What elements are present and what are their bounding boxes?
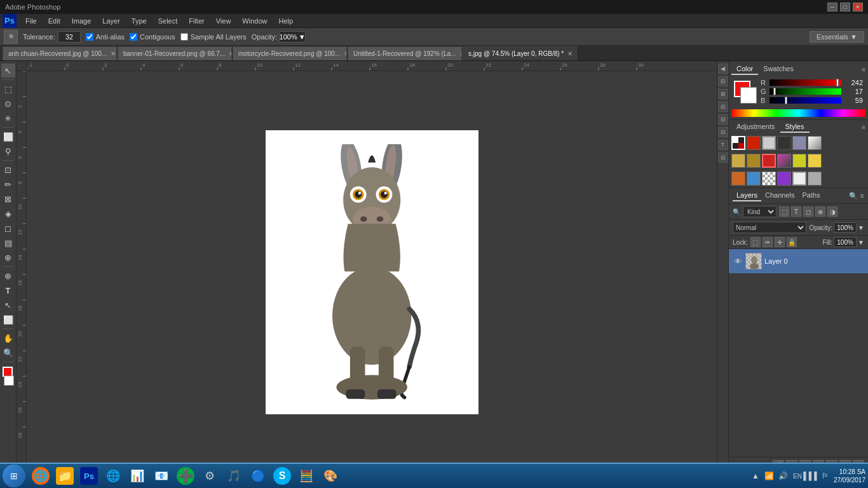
taskbar-paint[interactable]: 🎨 — [319, 466, 342, 486]
red-slider[interactable] — [770, 79, 841, 86]
adj-icon-16[interactable] — [792, 172, 806, 186]
menu-layer[interactable]: Layer — [97, 16, 125, 26]
taskbar-app2[interactable]: ⚙ — [198, 466, 221, 486]
menu-view[interactable]: View — [211, 16, 236, 26]
tab-swatches[interactable]: Swatches — [758, 64, 799, 75]
taskbar-app3[interactable]: 🎵 — [222, 466, 245, 486]
rectangular-select-tool[interactable]: ⬚ — [1, 82, 15, 96]
tray-network-icon[interactable]: 📶 — [764, 470, 775, 482]
close-button[interactable]: ✕ — [853, 3, 863, 11]
move-tool[interactable]: ↖ — [1, 64, 15, 78]
adj-icon-5[interactable] — [808, 136, 822, 150]
adj-icon-3[interactable] — [777, 136, 791, 150]
panel-icon-6[interactable]: T — [718, 140, 728, 150]
adj-icon-2[interactable] — [762, 136, 776, 150]
tab-color[interactable]: Color — [731, 64, 758, 75]
filter-smart-icon[interactable]: ⊕ — [815, 207, 825, 217]
menu-help[interactable]: Help — [273, 16, 298, 26]
adj-icon-0[interactable] — [731, 136, 745, 150]
panel-icon-7[interactable]: ⊟ — [718, 152, 728, 163]
taskbar-app4[interactable]: 🔵 — [247, 466, 269, 486]
adj-icon-17[interactable] — [808, 172, 822, 186]
layers-search-icon[interactable]: 🔍 — [849, 192, 858, 200]
taskbar-calculator[interactable]: 🧮 — [295, 466, 318, 486]
adj-icon-12[interactable] — [731, 172, 745, 186]
essentials-button[interactable]: Essentials ▼ — [810, 31, 864, 43]
menu-file[interactable]: File — [20, 16, 42, 26]
filter-color-icon[interactable]: ◑ — [827, 207, 837, 217]
lock-all-icon[interactable]: 🔒 — [787, 237, 797, 247]
menu-edit[interactable]: Edit — [43, 16, 65, 26]
adj-icon-10[interactable] — [792, 154, 806, 168]
sample-all-checkbox[interactable] — [180, 33, 188, 41]
magic-wand-tool[interactable]: ✳ — [1, 111, 15, 125]
tolerance-input[interactable] — [58, 31, 81, 43]
color-panel-menu[interactable]: ≡ — [862, 66, 865, 73]
pen-tool[interactable]: ⊕ — [1, 269, 15, 283]
filter-type-select[interactable]: Kind Name Effect — [743, 206, 776, 217]
tool-preset-picker[interactable]: ✳ — [4, 30, 18, 44]
blue-slider[interactable] — [770, 97, 841, 104]
maximize-button[interactable]: □ — [840, 3, 850, 11]
tab-3-close[interactable]: ✕ — [459, 50, 462, 57]
tab-1-close[interactable]: ✕ — [229, 50, 232, 57]
tab-1[interactable]: banner-01-Recovered.png @ 66.7... ✕ — [118, 46, 232, 60]
layer-0-visibility[interactable]: 👁 — [733, 256, 743, 266]
background-color[interactable] — [4, 376, 14, 386]
panel-icon-4[interactable]: ⊟ — [718, 114, 728, 125]
gradient-tool[interactable]: ▤ — [1, 236, 15, 250]
filter-pixel-icon[interactable]: ⬚ — [779, 207, 789, 217]
tab-2[interactable]: motorcycle-Recovered.png @ 100... ✕ — [233, 46, 347, 60]
layer-item-0[interactable]: 👁 Layer 0 — [729, 249, 868, 273]
start-button[interactable]: ⊞ — [3, 464, 25, 487]
adj-icon-15[interactable] — [777, 172, 791, 186]
lock-move-icon[interactable]: ✛ — [775, 237, 785, 247]
path-selection-tool[interactable]: ↖ — [1, 298, 15, 312]
tab-layers[interactable]: Layers — [733, 190, 761, 201]
contiguous-checkbox[interactable] — [130, 33, 137, 41]
taskbar-spreadsheet[interactable]: 📊 — [126, 466, 149, 486]
zoom-tool[interactable]: 🔍 — [1, 346, 15, 360]
antialias-checkbox[interactable] — [86, 33, 93, 41]
collapse-panels-icon[interactable]: ◀ — [718, 64, 728, 74]
tab-0-close[interactable]: ✕ — [111, 50, 116, 57]
menu-window[interactable]: Window — [237, 16, 272, 26]
adj-icon-11[interactable] — [808, 154, 822, 168]
tray-up-arrow[interactable]: ▲ — [750, 470, 761, 482]
system-clock[interactable]: 10:28 SA 27/09/2017 — [834, 468, 865, 484]
tray-speaker-icon[interactable]: 🔊 — [778, 470, 789, 482]
tab-styles[interactable]: Styles — [780, 121, 810, 133]
tab-channels[interactable]: Channels — [761, 190, 798, 201]
menu-image[interactable]: Image — [67, 16, 97, 26]
type-tool[interactable]: T — [1, 283, 15, 297]
green-slider[interactable] — [770, 88, 841, 95]
tab-adjustments[interactable]: Adjustments — [731, 121, 780, 133]
clone-stamp-tool[interactable]: ⊠ — [1, 192, 15, 206]
blend-mode-select[interactable]: Normal Dissolve Multiply Screen Overlay — [733, 222, 806, 233]
menu-filter[interactable]: Filter — [184, 16, 209, 26]
adj-icon-1[interactable] — [747, 136, 761, 150]
fill-input[interactable] — [834, 237, 857, 247]
taskbar-app1[interactable]: ➕ — [174, 466, 197, 486]
hand-tool[interactable]: ✋ — [1, 331, 15, 345]
adj-icon-6[interactable] — [731, 154, 745, 168]
crop-tool[interactable]: ⬜ — [1, 130, 15, 144]
tab-0[interactable]: anh chuan-Recovered.jpg @ 100... ✕ — [3, 46, 117, 60]
background-swatch[interactable] — [740, 87, 757, 104]
tab-paths[interactable]: Paths — [799, 190, 824, 201]
color-spectrum[interactable] — [731, 109, 865, 117]
taskbar-explorer[interactable]: 📁 — [53, 466, 76, 486]
fill-dropdown-icon[interactable]: ▼ — [858, 239, 864, 246]
opacity-value[interactable]: 100% ▼ — [279, 31, 306, 43]
history-brush-tool[interactable]: ◈ — [1, 207, 15, 220]
tab-3[interactable]: Untitled-1-Recovered @ 192% (La... ✕ — [348, 46, 462, 60]
tab-4[interactable]: s.jpg @ 74.5% (Layer 0, RGB/8) * ✕ — [463, 46, 577, 60]
panel-icon-2[interactable]: ⊞ — [718, 89, 728, 99]
lock-pixels-icon[interactable]: ⬚ — [750, 237, 761, 247]
filter-shape-icon[interactable]: ◻ — [803, 207, 813, 217]
opacity-dropdown-icon[interactable]: ▼ — [858, 224, 864, 231]
adj-panel-menu[interactable]: ≡ — [862, 124, 865, 131]
tab-2-close[interactable]: ✕ — [344, 50, 347, 57]
tab-4-close[interactable]: ✕ — [567, 50, 573, 57]
lasso-tool[interactable]: ⊙ — [1, 97, 15, 111]
